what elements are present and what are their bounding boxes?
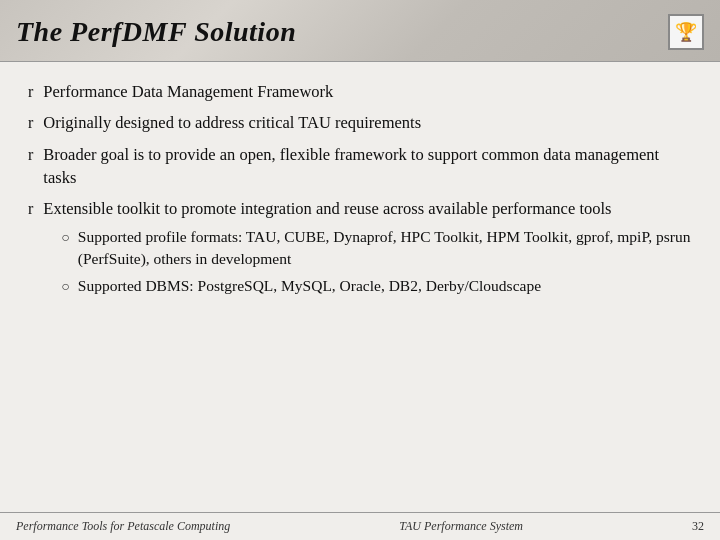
sub-text-2: Supported DBMS: PostgreSQL, MySQL, Oracl… bbox=[78, 275, 692, 297]
slide-header: The PerfDMF Solution 🏆 bbox=[0, 0, 720, 62]
sub-bullet-list: ○ Supported profile formats: TAU, CUBE, … bbox=[61, 226, 692, 297]
sub-marker-2: ○ bbox=[61, 277, 69, 297]
bullet-item-4: r Extensible toolkit to promote integrat… bbox=[28, 197, 692, 297]
bullet-marker-4: r bbox=[28, 198, 33, 220]
footer-center-text: TAU Performance System bbox=[399, 519, 523, 534]
sub-text-1: Supported profile formats: TAU, CUBE, Dy… bbox=[78, 226, 692, 269]
slide-footer: Performance Tools for Petascale Computin… bbox=[0, 512, 720, 540]
main-bullet-list: r Performance Data Management Framework … bbox=[28, 80, 692, 297]
logo-symbol: 🏆 bbox=[675, 21, 697, 43]
footer-page-number: 32 bbox=[692, 519, 704, 534]
bullet-text-4: Extensible toolkit to promote integratio… bbox=[43, 199, 611, 218]
bullet-text-2: Originally designed to address critical … bbox=[43, 111, 692, 134]
bullet-marker-3: r bbox=[28, 144, 33, 166]
sub-marker-1: ○ bbox=[61, 228, 69, 248]
bullet-marker-1: r bbox=[28, 81, 33, 103]
bullet-text-3: Broader goal is to provide an open, flex… bbox=[43, 143, 692, 189]
logo-icon: 🏆 bbox=[668, 14, 704, 50]
bullet-item-1: r Performance Data Management Framework bbox=[28, 80, 692, 103]
slide-content: r Performance Data Management Framework … bbox=[0, 62, 720, 512]
footer-left-text: Performance Tools for Petascale Computin… bbox=[16, 519, 230, 534]
sub-item-1: ○ Supported profile formats: TAU, CUBE, … bbox=[61, 226, 692, 269]
bullet-item-2: r Originally designed to address critica… bbox=[28, 111, 692, 134]
bullet-item-3: r Broader goal is to provide an open, fl… bbox=[28, 143, 692, 189]
slide: The PerfDMF Solution 🏆 r Performance Dat… bbox=[0, 0, 720, 540]
slide-title: The PerfDMF Solution bbox=[16, 16, 296, 48]
bullet-text-1: Performance Data Management Framework bbox=[43, 80, 692, 103]
sub-item-2: ○ Supported DBMS: PostgreSQL, MySQL, Ora… bbox=[61, 275, 692, 297]
bullet-marker-2: r bbox=[28, 112, 33, 134]
